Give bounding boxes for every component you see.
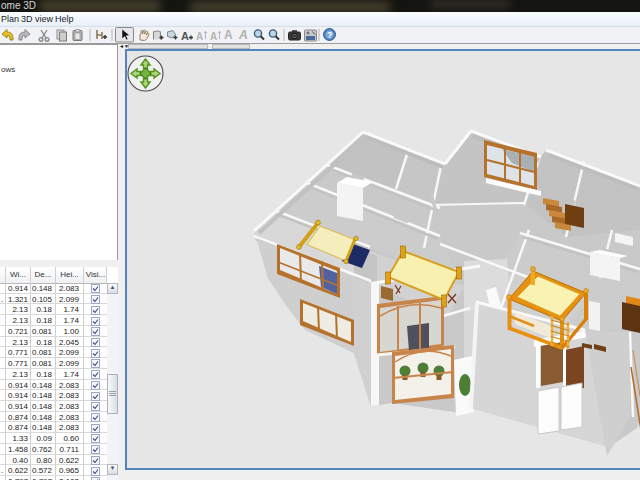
svg-text:A: A xyxy=(224,28,233,42)
svg-text:A: A xyxy=(210,31,217,42)
svg-text:A: A xyxy=(196,31,203,42)
svg-text:A: A xyxy=(181,30,189,42)
svg-text:A: A xyxy=(238,28,248,42)
svg-text:?: ? xyxy=(327,30,333,40)
